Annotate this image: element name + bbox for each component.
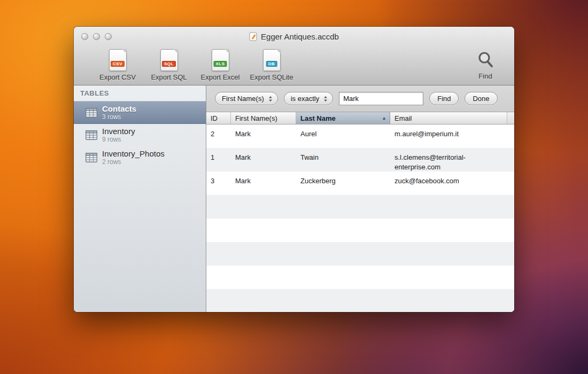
sidebar-item-rowcount: 2 rows [102, 159, 165, 166]
filter-bar: First Name(s) is exactly Find [206, 85, 514, 112]
magnifier-icon [476, 49, 494, 70]
field-dropdown[interactable]: First Name(s) [215, 92, 278, 105]
table-row[interactable]: 1 Mark Twain s.l.clemens@territorial-ent… [206, 148, 514, 172]
zoom-window-button[interactable] [105, 33, 112, 40]
export-sql-label: Export SQL [151, 73, 187, 81]
cell-last-name: Twain [296, 148, 390, 162]
chevron-updown-icon [268, 96, 273, 102]
cell-id: 1 [206, 148, 231, 162]
find-toolbar-button[interactable]: Find [469, 49, 501, 80]
done-button-label: Done [473, 95, 489, 103]
done-button[interactable]: Done [465, 92, 497, 105]
document-icon [249, 32, 257, 41]
main-panel: First Name(s) is exactly Find [206, 85, 514, 312]
table-icon [86, 130, 97, 140]
export-csv-label: Export CSV [99, 73, 136, 81]
table-body: 2 Mark Aurel m.aurel@imperium.it 1 Mark … [206, 124, 514, 312]
window-titlebar[interactable]: Egger Antiques.accdb [74, 27, 514, 46]
export-sqlite-label: Export SQLite [250, 73, 293, 81]
xls-badge: XLS [213, 61, 227, 67]
column-header-last-name[interactable]: Last Name ▲ [296, 112, 390, 124]
app-window: Egger Antiques.accdb CSV Export CSV SQL … [74, 27, 514, 312]
search-input[interactable] [339, 92, 423, 105]
sidebar-item-name: Inventory_Photos [102, 149, 165, 158]
export-excel-button[interactable]: XLS Export Excel [195, 49, 246, 81]
export-sql-button[interactable]: SQL Export SQL [143, 49, 195, 81]
export-csv-button[interactable]: CSV Export CSV [92, 49, 143, 81]
table-row[interactable]: 2 Mark Aurel m.aurel@imperium.it [206, 124, 514, 148]
operator-dropdown[interactable]: is exactly [284, 92, 333, 105]
table-icon [86, 153, 97, 162]
export-sqlite-button[interactable]: DB Export SQLite [246, 49, 297, 81]
close-window-button[interactable] [81, 33, 88, 40]
db-badge: DB [266, 61, 277, 67]
column-header-first-name[interactable]: First Name(s) [231, 112, 296, 124]
sidebar-item-name: Inventory [102, 127, 135, 136]
window-title: Egger Antiques.accdb [261, 32, 339, 41]
minimize-window-button[interactable] [93, 33, 100, 40]
cell-email: s.l.clemens@territorial-enterprise.com [390, 148, 514, 172]
sidebar-item-contacts[interactable]: Contacts 3 rows [74, 102, 206, 124]
sort-ascending-icon: ▲ [382, 115, 386, 121]
field-dropdown-value: First Name(s) [222, 95, 264, 103]
toolbar: CSV Export CSV SQL Export SQL XLS Export… [74, 46, 514, 85]
cell-email: zuck@facebook.com [390, 172, 514, 186]
export-excel-label: Export Excel [201, 73, 240, 81]
csv-file-icon: CSV [109, 49, 127, 71]
sql-file-icon: SQL [160, 49, 178, 71]
sidebar-item-inventory-photos[interactable]: Inventory_Photos 2 rows [74, 146, 206, 169]
operator-dropdown-value: is exactly [291, 95, 319, 103]
find-button[interactable]: Find [429, 92, 459, 105]
db-file-icon: DB [263, 49, 281, 71]
window-chrome: Egger Antiques.accdb CSV Export CSV SQL … [74, 27, 514, 85]
column-header-email[interactable]: Email [390, 112, 507, 124]
sidebar-item-rowcount: 9 rows [102, 136, 135, 144]
sidebar-item-inventory[interactable]: Inventory 9 rows [74, 124, 206, 146]
column-header-last-name-label: Last Name [300, 114, 336, 122]
title-wrap: Egger Antiques.accdb [249, 32, 339, 41]
xls-file-icon: XLS [212, 49, 229, 71]
cell-last-name: Zuckerberg [296, 172, 390, 186]
chevron-updown-icon [323, 96, 328, 102]
sidebar-item-rowcount: 3 rows [102, 114, 136, 121]
scrollbar-corner [507, 112, 514, 124]
csv-badge: CSV [111, 61, 125, 67]
desktop-wallpaper: Egger Antiques.accdb CSV Export CSV SQL … [0, 0, 588, 374]
find-button-label: Find [437, 95, 451, 103]
tables-sidebar: TABLES Contacts 3 rows Inventory [74, 85, 206, 312]
cell-last-name: Aurel [296, 124, 390, 139]
cell-email: m.aurel@imperium.it [390, 124, 514, 139]
cell-first-name: Mark [231, 148, 296, 162]
cell-id: 3 [206, 172, 231, 186]
sql-badge: SQL [162, 61, 176, 67]
cell-id: 2 [206, 124, 231, 139]
table-row[interactable]: 3 Mark Zuckerberg zuck@facebook.com [206, 172, 514, 195]
cell-first-name: Mark [231, 172, 296, 186]
traffic-lights [81, 27, 112, 46]
table-header-row: ID First Name(s) Last Name ▲ Email [206, 112, 514, 124]
cell-first-name: Mark [231, 124, 296, 139]
column-header-id[interactable]: ID [206, 112, 231, 124]
sidebar-header: TABLES [74, 85, 206, 102]
table-icon [86, 108, 97, 118]
sidebar-item-name: Contacts [102, 104, 136, 113]
window-content: TABLES Contacts 3 rows Inventory [74, 85, 514, 312]
find-toolbar-label: Find [478, 72, 492, 80]
